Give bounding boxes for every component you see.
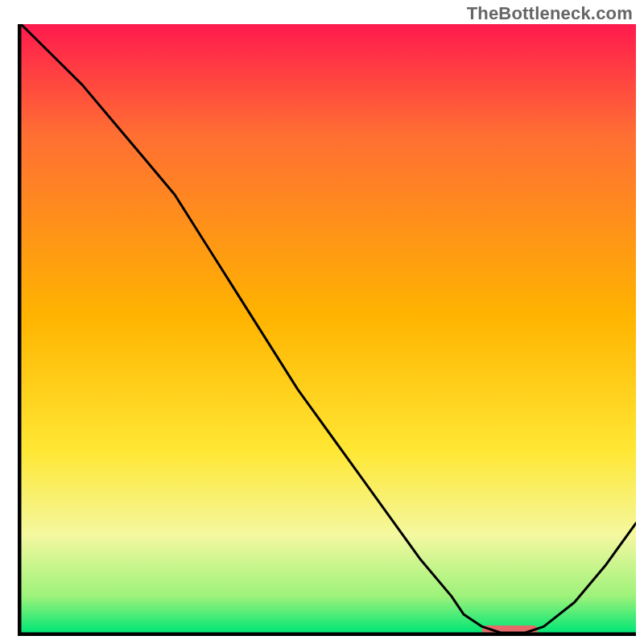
chart-container: TheBottleneck.com — [0, 0, 644, 644]
gradient-background — [21, 24, 636, 633]
watermark-text: TheBottleneck.com — [467, 3, 633, 24]
bottleneck-curve-chart — [18, 24, 636, 636]
